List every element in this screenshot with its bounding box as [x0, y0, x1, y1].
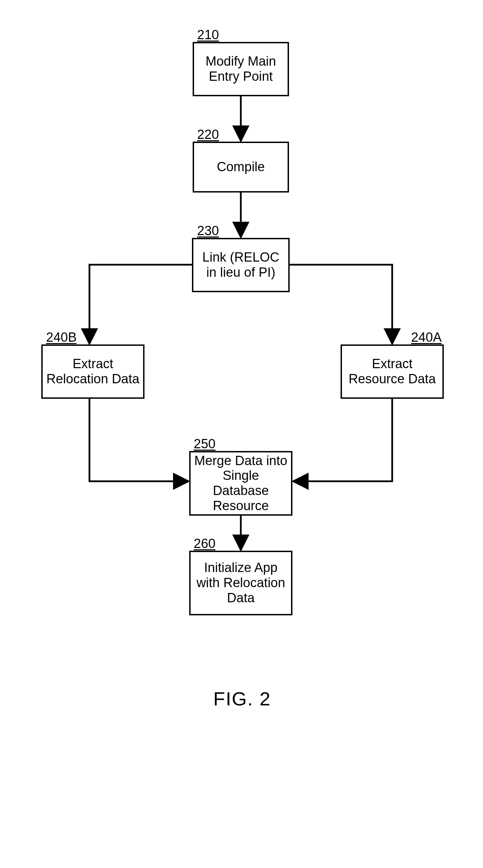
- node-210-text: Modify Main Entry Point: [197, 54, 285, 84]
- edge-230-240B: [89, 265, 192, 344]
- node-240B: Extract Relocation Data: [41, 344, 144, 399]
- edge-240A-250: [293, 399, 392, 481]
- connectors: [0, 0, 483, 868]
- node-260: Initialize App with Relocation Data: [189, 551, 292, 615]
- node-230-text: Link (RELOC in lieu of PI): [196, 250, 286, 280]
- node-tag-250: 250: [194, 437, 215, 451]
- node-240A: Extract Resource Data: [341, 344, 444, 399]
- node-210: Modify Main Entry Point: [193, 42, 289, 96]
- node-240A-text: Extract Resource Data: [345, 356, 440, 386]
- node-260-text: Initialize App with Relocation Data: [193, 560, 288, 605]
- node-tag-210: 210: [197, 28, 219, 42]
- node-250-text: Merge Data into Single Database Resource: [193, 453, 288, 514]
- figure-label: FIG. 2: [213, 688, 271, 710]
- node-tag-240A: 240A: [411, 330, 442, 345]
- node-250: Merge Data into Single Database Resource: [189, 451, 292, 516]
- node-tag-230: 230: [197, 223, 219, 238]
- node-220-text: Compile: [217, 160, 265, 175]
- diagram-canvas: 210 Modify Main Entry Point 220 Compile …: [0, 0, 483, 868]
- node-220: Compile: [193, 142, 289, 193]
- node-tag-240B: 240B: [46, 330, 77, 345]
- node-240B-text: Extract Relocation Data: [45, 356, 140, 386]
- node-tag-260: 260: [194, 536, 215, 551]
- edge-230-240A: [290, 265, 392, 344]
- edge-240B-250: [89, 399, 189, 481]
- node-tag-220: 220: [197, 127, 219, 142]
- node-230: Link (RELOC in lieu of PI): [192, 238, 290, 292]
